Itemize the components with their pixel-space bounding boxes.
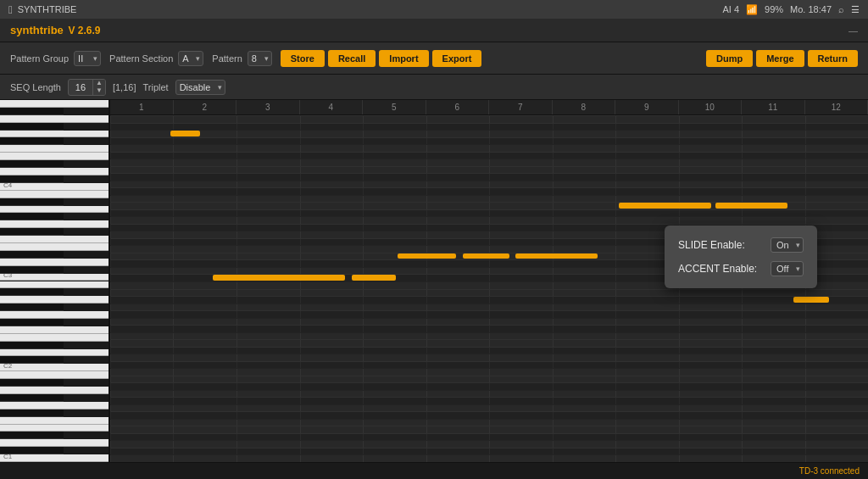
piano-key-A3[interactable] [0,206,108,214]
piano-key-D2[interactable] [0,349,108,357]
piano-key-Ab1[interactable] [0,394,64,402]
piano-key-B1[interactable] [0,371,108,379]
piano-key-E4[interactable] [0,153,108,160]
grid-header: 123456789101112 [110,100,868,115]
piano-key-Eb3[interactable] [0,251,64,259]
seq-length-label: SEQ Length [10,82,61,92]
piano-key-Db1[interactable] [0,447,64,454]
h-gridline-41 [110,411,868,412]
battery-status: 99% [765,4,783,14]
wifi-icon: 📶 [746,4,758,15]
h-gridline-40 [110,404,868,405]
piano-key-A2[interactable] [0,296,108,304]
piano-key-Bb4[interactable] [0,108,64,115]
piano-key-Bb3[interactable] [0,198,64,206]
piano-key-Gb3[interactable] [0,228,64,236]
h-gridline-36 [110,376,868,376]
piano-key-G4[interactable] [0,131,108,138]
piano-key-Ab3[interactable] [0,213,64,220]
piano-key-Db2[interactable] [0,356,64,364]
piano-key-Ab4[interactable] [0,123,64,131]
grid-header-11: 11 [742,100,805,114]
menu-icon[interactable]: ☰ [851,4,860,15]
piano-key-Bb1[interactable] [0,379,64,387]
action-buttons-right: Dump Merge Return [706,50,858,67]
piano-key-E2[interactable] [0,334,108,342]
piano-key-C1[interactable]: C1 [0,454,108,462]
recall-button[interactable]: Recall [328,50,376,67]
seq-length-input[interactable]: 16 [69,82,92,92]
piano-key-D4[interactable] [0,168,108,175]
triplet-select[interactable]: Disable Enable [175,80,225,95]
note-2[interactable] [715,203,787,209]
piano-key-G2[interactable] [0,311,108,319]
piano-key-Eb1[interactable] [0,432,64,439]
h-gridline-0 [110,115,868,116]
dump-button[interactable]: Dump [706,50,753,67]
piano-key-Ab2[interactable] [0,304,64,311]
note-3[interactable] [398,253,456,259]
piano-key-F1[interactable] [0,417,108,425]
grid-header-12: 12 [805,100,869,114]
h-gridline-11 [110,195,868,196]
return-button[interactable]: Return [808,50,858,67]
piano-key-E3[interactable] [0,243,108,251]
export-button[interactable]: Export [432,50,482,67]
piano-key-Eb4[interactable] [0,160,64,168]
pattern-group-select-wrapper: I II III [74,50,101,66]
note-6[interactable] [213,275,345,281]
piano-key-Gb2[interactable] [0,319,64,326]
piano-key-B3[interactable] [0,191,108,198]
note-7[interactable] [352,275,396,281]
accent-select-wrapper: On Off [771,261,804,276]
slide-select[interactable]: On Off [771,237,804,253]
h-gridline-5 [110,152,868,153]
h-gridline-44 [110,433,868,434]
pattern-label: Pattern [212,53,242,64]
piano-key-C3[interactable]: C3 [0,274,108,281]
note-8[interactable] [793,297,829,303]
piano-key-E1[interactable] [0,425,108,432]
grid-area[interactable]: 123456789101112 SLIDE Enable: On Off ACC… [110,100,868,462]
piano-key-B2[interactable] [0,281,108,289]
piano-key-G3[interactable] [0,220,108,228]
note-1[interactable] [619,203,712,209]
piano-key-A1[interactable] [0,387,108,394]
piano-key-C4[interactable]: C4 [0,183,108,191]
piano-key-G1[interactable] [0,402,108,409]
search-icon[interactable]: ⌕ [838,4,844,14]
accent-select[interactable]: On Off [771,261,804,276]
grid-header-7: 7 [489,100,553,114]
import-button[interactable]: Import [379,50,428,67]
piano-key-Db3[interactable] [0,266,64,274]
h-gridline-26 [110,304,868,304]
h-gridline-29 [110,325,868,326]
piano-key-F4[interactable] [0,145,108,153]
merge-button[interactable]: Merge [756,50,804,67]
grid-header-1: 1 [110,100,174,114]
piano-key-F3[interactable] [0,236,108,243]
slide-select-wrapper: On Off [771,237,804,253]
h-gridline-32 [110,347,868,348]
close-button[interactable]: — [849,25,858,36]
piano-key-A4[interactable] [0,115,108,123]
piano-key-B4[interactable] [0,100,108,108]
note-0[interactable] [170,131,200,136]
piano-key-D1[interactable] [0,439,108,447]
piano-key-Gb1[interactable] [0,409,64,417]
piano-key-D3[interactable] [0,259,108,266]
piano-key-F2[interactable] [0,326,108,334]
pattern-select[interactable]: 1234 5678 [248,51,272,66]
piano-key-Bb2[interactable] [0,288,64,296]
piano-key-Eb2[interactable] [0,342,64,349]
note-5[interactable] [515,253,598,259]
piano-key-Gb4[interactable] [0,137,64,145]
seq-decrement-button[interactable]: ▼ [93,87,105,95]
piano-key-C2[interactable]: C2 [0,364,108,371]
grid-body[interactable]: SLIDE Enable: On Off ACCENT Enable: On O… [110,115,868,462]
pattern-section-select[interactable]: A B C D [178,51,203,66]
piano-key-Db4[interactable] [0,175,64,183]
store-button[interactable]: Store [281,50,325,67]
note-4[interactable] [463,253,509,259]
pattern-group-select[interactable]: I II III [74,51,101,66]
